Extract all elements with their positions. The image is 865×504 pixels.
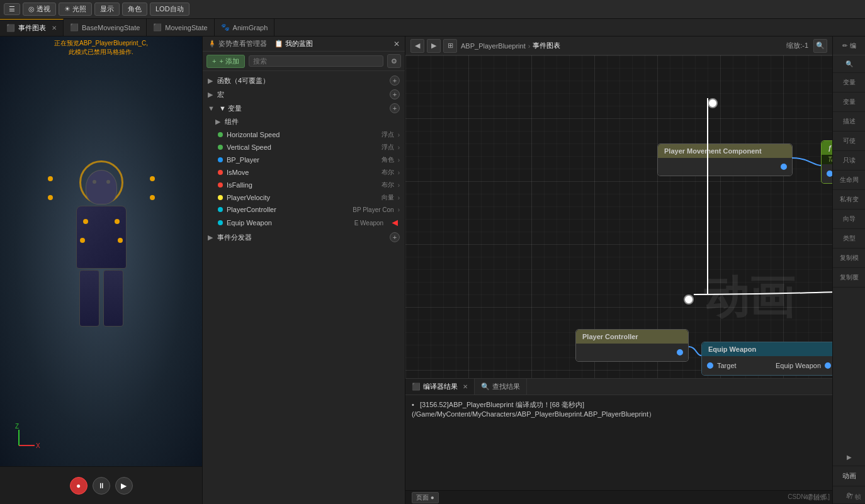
replication-override-label[interactable]: 复制覆 — [833, 268, 865, 288]
record-button[interactable]: ● — [70, 477, 88, 495]
perspective-button[interactable]: ◎ 透视 — [23, 3, 56, 16]
guide-label[interactable]: 向导 — [833, 210, 865, 229]
type-label[interactable]: 类型 — [833, 229, 865, 249]
tab-close-icon[interactable]: ✕ — [52, 25, 57, 31]
char-leg-right — [103, 270, 123, 327]
sidebar-header: 🧍 姿势查看管理器 📋 我的蓝图 ✕ — [203, 36, 405, 52]
tab-moving-state[interactable]: ⬛ MoveingState — [147, 19, 214, 36]
transport-controls: ● ⏸ ▶ — [0, 466, 202, 504]
back-nav-button[interactable]: ◀ — [410, 39, 424, 53]
search-icon: 🔍 — [481, 383, 490, 391]
search-input[interactable] — [249, 55, 383, 67]
forward-nav-button[interactable]: ▶ — [427, 39, 441, 53]
arrow-icon: › — [398, 144, 400, 151]
sidebar-toolbar: + + 添加 ⚙ — [203, 52, 405, 71]
animation-label[interactable]: 动画 — [833, 466, 865, 486]
search-sidebar-button[interactable]: 🔍 — [833, 55, 865, 73]
bp-canvas[interactable]: Player Movement Component ƒ Is Falling T… — [405, 55, 832, 378]
close-compiler-tab[interactable]: ✕ — [463, 383, 468, 390]
zoom-level: 缩放:-1 — [786, 41, 808, 50]
add-button[interactable]: + + 添加 — [206, 55, 245, 68]
equip-pin — [825, 362, 831, 369]
lifecycle-label[interactable]: 生命周 — [833, 171, 865, 190]
add-dispatcher-button[interactable]: + — [390, 232, 400, 242]
node-player-controller[interactable]: Player Controller — [575, 329, 689, 362]
svg-text:X: X — [36, 442, 40, 449]
output-panel: ⬛ 编译器结果 ✕ 🔍 查找结果 • [3156.52]ABP_PlayerBl… — [405, 378, 832, 504]
node-is-falling[interactable]: ƒ Is Falling Target is Nav Movement Comp… — [821, 140, 832, 184]
var-horizontal-speed[interactable]: Horizontal Speed 浮点 › — [203, 128, 405, 141]
main-layout: 正在预览ABP_PlayerBlueprint_C, 此模式已禁用马格操作. — [0, 36, 865, 504]
show-button[interactable]: 显示 — [94, 3, 120, 16]
var-equip-weapon[interactable]: Equip Weapon E Weapon ◄ — [203, 215, 405, 230]
var-bp-player[interactable]: BP_Player 角色 › — [203, 154, 405, 166]
macros-section[interactable]: ▶ 宏 + — [203, 87, 405, 101]
csdn-watermark: CSDN @[小瓜] — [788, 493, 830, 501]
var-player-controller[interactable]: PlayerController BP Player Con › — [203, 204, 405, 215]
tab-find-results[interactable]: 🔍 查找结果 — [475, 379, 527, 395]
private-label[interactable]: 私有变 — [833, 190, 865, 210]
dispatchers-section[interactable]: ▶ 事件分发器 + — [203, 230, 405, 244]
body-dot — [80, 238, 85, 243]
var-dot — [218, 182, 223, 188]
blueprint-area: ◀ ▶ ⊞ ABP_PlayerBlueprint › 事件图表 缩放:-1 🔍 — [405, 36, 832, 504]
blueprint-icon: 📋 — [274, 40, 283, 48]
var-player-velocity[interactable]: PlayerVelocity 向量 › — [203, 191, 405, 204]
add-macro-button[interactable]: + — [390, 89, 400, 99]
var-ismove[interactable]: IsMove 布尔 › — [203, 166, 405, 179]
node-player-movement-component[interactable]: Player Movement Component — [657, 143, 793, 176]
add-function-button[interactable]: + — [390, 76, 400, 86]
tab-icon: ⬛ — [6, 24, 15, 32]
components-section[interactable]: ▶ 组件 — [203, 115, 405, 128]
var-isfalling[interactable]: IsFalling 布尔 › — [203, 179, 405, 191]
settings-button[interactable]: ⚙ — [387, 54, 401, 68]
page-button[interactable]: 页面 ● — [412, 492, 439, 503]
arrow-icon: › — [398, 169, 400, 176]
search-button[interactable]: 🔍 — [813, 39, 827, 53]
preview-text2: 此模式已禁用马格操作. — [54, 48, 148, 57]
char-head — [86, 170, 117, 204]
watermark: 动画 — [704, 267, 794, 328]
pause-button[interactable]: ⏸ — [93, 477, 110, 495]
fit-view-button[interactable]: ⊞ — [443, 39, 457, 53]
menu-button[interactable]: ☰ — [4, 3, 20, 15]
var-dot — [218, 145, 223, 150]
edit-label: 编 — [850, 42, 856, 50]
replication-label[interactable]: 复制模 — [833, 249, 865, 268]
preview-text: 正在预览ABP_PlayerBlueprint_C, — [54, 39, 148, 48]
tab-icon: ⬛ — [153, 23, 162, 31]
node-equip-weapon-call[interactable]: Equip Weapon Target Equip Weapon — [701, 342, 832, 376]
pose-manager-icon: 🧍 — [208, 40, 217, 48]
play-button[interactable]: ▶ — [115, 477, 133, 495]
leg-dot — [48, 195, 53, 200]
output-pin — [781, 164, 787, 170]
section-toggle-icon: ▶ — [208, 233, 213, 241]
lod-button[interactable]: LOD自动 — [150, 3, 189, 16]
my-blueprint-tab[interactable]: 📋 我的蓝图 — [274, 39, 313, 48]
arrow-icon: › — [398, 132, 400, 138]
readonly-label[interactable]: 只读 — [833, 151, 865, 171]
character-button[interactable]: 角色 — [122, 3, 147, 16]
target-pin — [707, 362, 713, 369]
char-leg-left — [79, 270, 99, 327]
leg-dot — [150, 176, 155, 181]
variables-section[interactable]: ▼ ▼ 变量 + — [203, 101, 405, 115]
var-vertical-speed[interactable]: Vertical Speed 浮点 › — [203, 141, 405, 154]
output-pin — [677, 349, 683, 356]
close-sidebar-button[interactable]: ✕ — [393, 40, 400, 48]
usable-label[interactable]: 可使 — [833, 132, 865, 151]
lighting-button[interactable]: ☀ 光照 — [59, 3, 92, 16]
details-panel-toggle[interactable]: ▶ — [833, 449, 865, 466]
tab-anim-graph[interactable]: 🐾 AnimGraph — [215, 19, 275, 36]
tab-compiler-results[interactable]: ⬛ 编译器结果 ✕ — [405, 379, 475, 395]
add-variable-button[interactable]: + — [390, 103, 400, 113]
bottom-status-bar: 页面 ● 47 场景 — [405, 490, 832, 504]
description-label[interactable]: 描述 — [833, 112, 865, 132]
variables2-label[interactable]: 变量 — [833, 92, 865, 112]
functions-section[interactable]: ▶ 函数（4可覆盖） + — [203, 74, 405, 87]
tab-event-graph[interactable]: ⬛ 事件图表 ✕ — [0, 19, 64, 36]
variables-label[interactable]: 变量 — [833, 73, 865, 92]
tab-base-moving-state[interactable]: ⬛ BaseMoveingState — [64, 19, 147, 36]
viewport: 正在预览ABP_PlayerBlueprint_C, 此模式已禁用马格操作. — [0, 36, 202, 466]
pose-manager-tab[interactable]: 🧍 姿势查看管理器 — [208, 39, 267, 48]
